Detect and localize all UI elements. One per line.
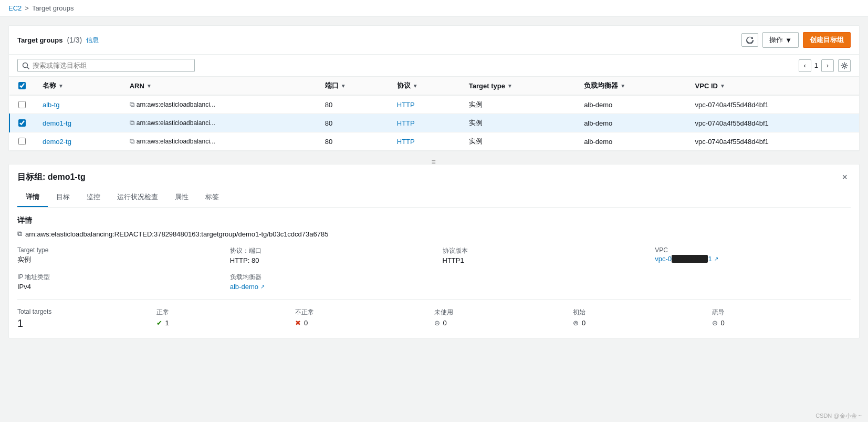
- protocol-link[interactable]: HTTP: [397, 138, 415, 146]
- th-protocol[interactable]: 协议 ▼: [389, 77, 461, 95]
- table-row[interactable]: alb-tg ⧉arn:aws:elasticloadbalanci... 80…: [9, 95, 859, 114]
- panel-resizer[interactable]: ≡: [0, 160, 868, 164]
- page-number: 1: [814, 61, 818, 69]
- cell-checkbox[interactable]: [9, 132, 34, 151]
- actions-button[interactable]: 操作 ▼: [762, 32, 799, 48]
- sort-icon-lb: ▼: [620, 83, 625, 89]
- table-body: alb-tg ⧉arn:aws:elasticloadbalanci... 80…: [9, 95, 859, 151]
- search-icon: [22, 62, 29, 69]
- cell-arn: ⧉arn:aws:elasticloadbalanci...: [121, 114, 317, 132]
- cell-checkbox[interactable]: [9, 114, 34, 132]
- detail-fields-grid: Target type 实例 协议：端口 HTTP: 80 协议版本 HTTP1…: [17, 246, 851, 291]
- tab-tags[interactable]: 标签: [197, 188, 227, 207]
- row-checkbox[interactable]: [18, 138, 26, 145]
- row-name-link[interactable]: alb-tg: [43, 101, 60, 109]
- detail-arn-row: ⧉ arn:aws:elasticloadbalancing:REDACTED:…: [17, 230, 851, 238]
- th-target-type[interactable]: Target type ▼: [461, 77, 576, 95]
- stat-healthy: 正常 ✔ 1: [156, 308, 296, 330]
- table-row[interactable]: demo1-tg ⧉arn:aws:elasticloadbalanci... …: [9, 114, 859, 132]
- chevron-down-icon: ▼: [785, 36, 792, 44]
- sort-icon-arn: ▼: [147, 83, 152, 89]
- th-port[interactable]: 端口 ▼: [317, 77, 389, 95]
- initial-value: ⊚ 0: [573, 319, 704, 327]
- detail-tabs: 详情目标监控运行状况检查属性标签: [17, 188, 851, 208]
- lb-link[interactable]: alb-demo ↗: [230, 283, 426, 291]
- protocol-link[interactable]: HTTP: [397, 119, 415, 127]
- copy-icon[interactable]: ⧉: [130, 100, 134, 108]
- svg-line-1: [27, 67, 29, 69]
- cell-port: 80: [317, 114, 389, 132]
- close-button[interactable]: ×: [839, 171, 851, 184]
- tab-health_check[interactable]: 运行状况检查: [109, 188, 166, 207]
- breadcrumb: EC2 > Target groups: [0, 0, 868, 17]
- cell-target-type: 实例: [461, 95, 576, 114]
- copy-icon[interactable]: ⧉: [130, 119, 134, 127]
- row-name-link[interactable]: demo2-tg: [43, 138, 71, 146]
- unused-icon: ⊝: [434, 319, 440, 327]
- draining-count: 0: [721, 319, 725, 327]
- sort-icon-vpc: ▼: [720, 83, 725, 89]
- next-page-button[interactable]: ›: [821, 59, 834, 72]
- draining-icon: ⊝: [712, 319, 718, 327]
- search-wrap: [17, 59, 195, 72]
- settings-icon: [841, 62, 848, 69]
- protocol-link[interactable]: HTTP: [397, 101, 415, 109]
- tab-attributes[interactable]: 属性: [166, 188, 197, 207]
- copy-icon[interactable]: ⧉: [17, 230, 22, 238]
- cell-target-type: 实例: [461, 114, 576, 132]
- unused-label: 未使用: [434, 308, 565, 317]
- detail-panel: 目标组: demo1-tg × 详情目标监控运行状况检查属性标签 详情 ⧉ ar…: [8, 164, 860, 338]
- select-all-checkbox[interactable]: [18, 82, 26, 89]
- tab-monitoring[interactable]: 监控: [78, 188, 109, 207]
- prev-page-button[interactable]: ‹: [799, 59, 811, 72]
- ip-type-label: IP 地址类型: [17, 273, 213, 282]
- stat-initial: 初始 ⊚ 0: [573, 308, 712, 330]
- target-type-value: 实例: [17, 255, 213, 264]
- column-settings-button[interactable]: [838, 59, 851, 72]
- initial-count: 0: [582, 319, 585, 327]
- create-button[interactable]: 创建目标组: [803, 32, 851, 48]
- th-load-balancer[interactable]: 负载均衡器 ▼: [576, 77, 686, 95]
- breadcrumb-ec2[interactable]: EC2: [8, 4, 22, 12]
- table-row[interactable]: demo2-tg ⧉arn:aws:elasticloadbalanci... …: [9, 132, 859, 151]
- search-input[interactable]: [33, 61, 190, 69]
- th-arn[interactable]: ARN ▼: [121, 77, 317, 95]
- lb-label: 负载均衡器: [230, 273, 426, 282]
- tab-targets[interactable]: 目标: [48, 188, 78, 207]
- cell-arn: ⧉arn:aws:elasticloadbalanci...: [121, 132, 317, 151]
- healthy-label: 正常: [156, 308, 287, 317]
- resizer-icon: ≡: [431, 158, 436, 166]
- refresh-button[interactable]: [741, 33, 758, 47]
- row-name-link[interactable]: demo1-tg: [43, 119, 71, 127]
- cell-protocol: HTTP: [389, 95, 461, 114]
- th-name[interactable]: 名称 ▼: [34, 77, 121, 95]
- detail-title: 目标组: demo1-tg: [17, 172, 86, 183]
- protocol-port-value: HTTP: 80: [230, 256, 426, 264]
- cell-target-type: 实例: [461, 132, 576, 151]
- ip-type-value: IPv4: [17, 283, 213, 291]
- healthy-icon: ✔: [156, 319, 162, 327]
- total-value: 1: [17, 317, 148, 330]
- table-header: Target groups (1/3) 信息 操作 ▼ 创建目标组: [9, 26, 859, 55]
- table-panel: Target groups (1/3) 信息 操作 ▼ 创建目标组: [8, 25, 860, 151]
- tab-details[interactable]: 详情: [17, 188, 48, 207]
- stat-unused: 未使用 ⊝ 0: [434, 308, 573, 330]
- actions-label: 操作: [769, 35, 783, 45]
- initial-label: 初始: [573, 308, 704, 317]
- row-checkbox[interactable]: [18, 119, 26, 127]
- th-vpc-id[interactable]: VPC ID ▼: [687, 77, 859, 95]
- info-link[interactable]: 信息: [86, 36, 99, 45]
- protocol-port-label: 协议：端口: [230, 246, 426, 255]
- col-arn-label: ARN: [130, 82, 144, 90]
- copy-icon[interactable]: ⧉: [130, 137, 134, 145]
- col-vpc-label: VPC ID: [695, 82, 718, 90]
- row-checkbox[interactable]: [18, 101, 26, 108]
- cell-vpc-id: vpc-0740a4f55d48d4bf1: [687, 95, 859, 114]
- unused-value: ⊝ 0: [434, 319, 565, 327]
- col-lb-label: 负载均衡器: [584, 81, 618, 90]
- cell-checkbox[interactable]: [9, 95, 34, 114]
- field-vpc: VPC vpc-0XXXXXXXX1 ↗: [655, 246, 851, 264]
- field-protocol-version: 协议版本 HTTP1: [443, 246, 639, 264]
- arn-value: arn:aws:elasticloadbalancing:REDACTED:37…: [25, 230, 328, 238]
- vpc-link[interactable]: vpc-0XXXXXXXX1 ↗: [655, 255, 851, 263]
